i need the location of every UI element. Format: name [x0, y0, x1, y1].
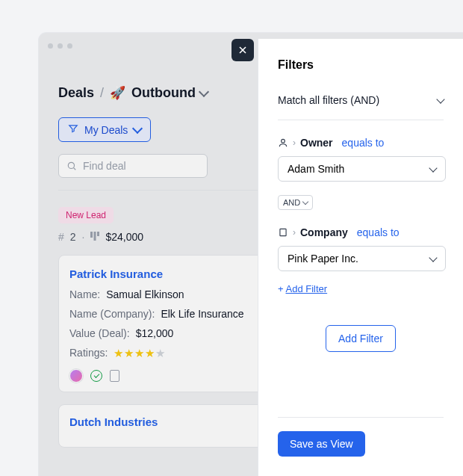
field-label: Ratings:: [69, 347, 108, 360]
chevron-down-icon: [302, 199, 308, 205]
svg-rect-5: [94, 232, 96, 241]
search-icon: [66, 161, 77, 171]
stage-badge: New Lead: [58, 207, 114, 223]
filter-row: › Owner equals to Adam Smith: [278, 137, 444, 182]
section-title: Deals: [58, 85, 94, 101]
filter-value: Pink Paper Inc.: [288, 253, 358, 265]
chevron-down-icon: [199, 87, 209, 97]
svg-rect-6: [97, 232, 99, 236]
breadcrumb-separator: /: [100, 85, 104, 101]
chevron-right-icon: ›: [293, 137, 296, 148]
field-label: Name (Company):: [69, 308, 155, 320]
svg-rect-4: [90, 232, 93, 238]
filter-value-select[interactable]: Pink Paper Inc.: [278, 246, 446, 271]
field-value: $12,000: [136, 327, 174, 339]
view-filter-button[interactable]: My Deals: [58, 117, 151, 142]
deal-count: 2: [70, 231, 76, 243]
kanban-icon: [90, 231, 99, 243]
chevron-down-icon: [436, 95, 444, 103]
field-label: Name:: [69, 288, 100, 300]
svg-point-0: [68, 162, 74, 168]
deal-title: Dutch Industries: [69, 415, 158, 428]
combiner-chip[interactable]: AND: [278, 195, 313, 210]
board-name-label: Outbound: [131, 85, 196, 101]
window-traffic-lights: [48, 43, 72, 49]
rocket-icon: 🚀: [110, 85, 125, 101]
chevron-down-icon: [429, 253, 437, 262]
filter-field-name: Company: [300, 226, 348, 238]
match-mode-selector[interactable]: Match all filters (AND): [278, 94, 444, 120]
search-input[interactable]: Find deal: [58, 154, 208, 178]
field-value: Elk Life Insurance: [161, 308, 243, 320]
match-mode-label: Match all filters (AND): [278, 94, 379, 106]
panel-footer: Save as View: [278, 417, 444, 457]
field-value: Samual Elkinson: [106, 288, 184, 300]
view-filter-label: My Deals: [84, 124, 128, 136]
filter-operator[interactable]: equals to: [342, 137, 385, 149]
search-placeholder: Find deal: [83, 160, 126, 172]
svg-line-1: [73, 167, 75, 170]
filters-panel: Filters Match all filters (AND) › Owner …: [258, 39, 463, 476]
filter-operator[interactable]: equals to: [357, 226, 400, 238]
chevron-down-icon: [429, 164, 437, 172]
svg-point-9: [282, 139, 285, 143]
combiner-label: AND: [283, 198, 300, 207]
svg-rect-10: [280, 229, 286, 235]
field-label: Value (Deal):: [69, 327, 130, 339]
user-icon: [278, 137, 288, 148]
board-selector[interactable]: Outbound: [131, 85, 208, 101]
panel-title: Filters: [278, 58, 444, 72]
rating-stars: ★★★★★: [114, 347, 165, 360]
check-circle-icon: [90, 370, 102, 382]
filter-icon: [68, 123, 78, 136]
chevron-down-icon: [132, 123, 143, 134]
close-panel-button[interactable]: [232, 39, 254, 61]
filter-value: Adam Smith: [288, 163, 344, 175]
add-filter-link[interactable]: + Add Filter: [278, 283, 327, 294]
chevron-right-icon: ›: [293, 227, 296, 238]
save-view-button[interactable]: Save as View: [278, 431, 365, 457]
document-icon: [110, 370, 119, 382]
avatar: [69, 369, 83, 383]
close-icon: [237, 44, 249, 56]
deal-title: Patrick Insurance: [69, 268, 163, 280]
company-icon: [278, 227, 288, 238]
hash-icon: #: [58, 231, 64, 243]
filter-field-name: Owner: [300, 137, 333, 149]
filter-row: › Company equals to Pink Paper Inc.: [278, 226, 444, 271]
add-filter-button[interactable]: Add Filter: [326, 325, 396, 352]
filter-value-select[interactable]: Adam Smith: [278, 156, 446, 182]
total-value: $24,000: [105, 231, 143, 243]
